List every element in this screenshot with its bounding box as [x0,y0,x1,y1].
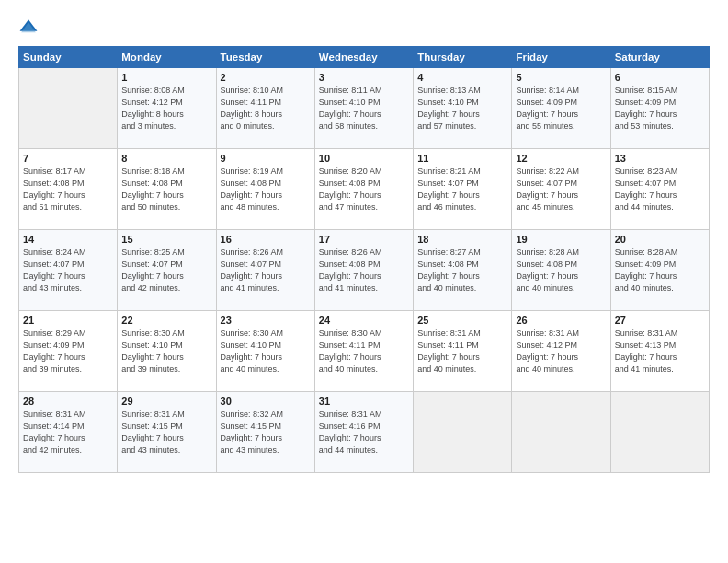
calendar-cell: 23Sunrise: 8:30 AM Sunset: 4:10 PM Dayli… [216,311,314,392]
day-number: 20 [615,234,705,245]
calendar-cell: 7Sunrise: 8:17 AM Sunset: 4:08 PM Daylig… [19,149,118,230]
day-number: 13 [615,153,705,164]
calendar-cell: 4Sunrise: 8:13 AM Sunset: 4:10 PM Daylig… [414,68,512,149]
calendar-week-5: 28Sunrise: 8:31 AM Sunset: 4:14 PM Dayli… [19,392,710,473]
day-number: 8 [121,153,211,164]
day-number: 5 [516,72,606,83]
calendar-cell: 31Sunrise: 8:31 AM Sunset: 4:16 PM Dayli… [314,392,413,473]
weekday-header-saturday: Saturday [610,47,709,68]
day-info: Sunrise: 8:22 AM Sunset: 4:07 PM Dayligh… [516,166,606,213]
day-info: Sunrise: 8:31 AM Sunset: 4:13 PM Dayligh… [615,327,705,375]
day-number: 29 [121,396,211,407]
day-number: 16 [221,234,311,245]
calendar-cell: 9Sunrise: 8:19 AM Sunset: 4:08 PM Daylig… [216,149,314,230]
day-number: 15 [121,234,211,245]
calendar-cell [414,392,512,473]
calendar-week-3: 14Sunrise: 8:24 AM Sunset: 4:07 PM Dayli… [19,230,710,311]
day-info: Sunrise: 8:31 AM Sunset: 4:14 PM Dayligh… [23,408,113,456]
day-info: Sunrise: 8:31 AM Sunset: 4:11 PM Dayligh… [417,327,507,375]
weekday-header-thursday: Thursday [414,47,512,68]
day-number: 3 [319,72,409,83]
day-info: Sunrise: 8:31 AM Sunset: 4:16 PM Dayligh… [319,408,409,456]
weekday-header-wednesday: Wednesday [314,47,413,68]
day-number: 19 [516,234,606,245]
calendar-cell: 27Sunrise: 8:31 AM Sunset: 4:13 PM Dayli… [610,311,709,392]
day-info: Sunrise: 8:30 AM Sunset: 4:11 PM Dayligh… [319,327,409,375]
day-number: 18 [417,234,507,245]
calendar-week-2: 7Sunrise: 8:17 AM Sunset: 4:08 PM Daylig… [19,149,710,230]
day-info: Sunrise: 8:28 AM Sunset: 4:09 PM Dayligh… [615,247,705,294]
calendar-cell: 3Sunrise: 8:11 AM Sunset: 4:10 PM Daylig… [314,68,413,149]
calendar-cell: 13Sunrise: 8:23 AM Sunset: 4:07 PM Dayli… [610,149,709,230]
day-number: 2 [221,72,311,83]
calendar-cell: 19Sunrise: 8:28 AM Sunset: 4:08 PM Dayli… [512,230,610,311]
day-info: Sunrise: 8:10 AM Sunset: 4:11 PM Dayligh… [221,85,311,132]
day-info: Sunrise: 8:18 AM Sunset: 4:08 PM Dayligh… [121,166,211,213]
calendar-cell: 1Sunrise: 8:08 AM Sunset: 4:12 PM Daylig… [118,68,216,149]
day-number: 27 [615,315,705,326]
calendar-cell: 8Sunrise: 8:18 AM Sunset: 4:08 PM Daylig… [118,149,216,230]
weekday-header-tuesday: Tuesday [216,47,314,68]
day-info: Sunrise: 8:31 AM Sunset: 4:12 PM Dayligh… [516,327,606,375]
day-number: 21 [23,315,113,326]
calendar-table: SundayMondayTuesdayWednesdayThursdayFrid… [18,46,710,473]
calendar-week-1: 1Sunrise: 8:08 AM Sunset: 4:12 PM Daylig… [19,68,710,149]
day-number: 11 [417,153,507,164]
day-info: Sunrise: 8:23 AM Sunset: 4:07 PM Dayligh… [615,166,705,213]
day-number: 10 [319,153,409,164]
day-number: 4 [417,72,507,83]
logo [18,17,42,37]
day-info: Sunrise: 8:19 AM Sunset: 4:08 PM Dayligh… [221,166,311,213]
day-info: Sunrise: 8:26 AM Sunset: 4:07 PM Dayligh… [221,247,311,294]
calendar-cell: 21Sunrise: 8:29 AM Sunset: 4:09 PM Dayli… [19,311,118,392]
day-info: Sunrise: 8:30 AM Sunset: 4:10 PM Dayligh… [121,327,211,375]
weekday-header-row: SundayMondayTuesdayWednesdayThursdayFrid… [19,47,710,68]
calendar-cell [512,392,610,473]
calendar-cell: 29Sunrise: 8:31 AM Sunset: 4:15 PM Dayli… [118,392,216,473]
calendar-cell: 17Sunrise: 8:26 AM Sunset: 4:08 PM Dayli… [314,230,413,311]
day-info: Sunrise: 8:14 AM Sunset: 4:09 PM Dayligh… [516,85,606,132]
calendar-cell: 28Sunrise: 8:31 AM Sunset: 4:14 PM Dayli… [19,392,118,473]
calendar-week-4: 21Sunrise: 8:29 AM Sunset: 4:09 PM Dayli… [19,311,710,392]
calendar-cell: 18Sunrise: 8:27 AM Sunset: 4:08 PM Dayli… [414,230,512,311]
day-info: Sunrise: 8:31 AM Sunset: 4:15 PM Dayligh… [121,408,211,456]
day-info: Sunrise: 8:26 AM Sunset: 4:08 PM Dayligh… [319,247,409,294]
calendar-cell [610,392,709,473]
day-info: Sunrise: 8:29 AM Sunset: 4:09 PM Dayligh… [23,327,113,375]
calendar-cell: 26Sunrise: 8:31 AM Sunset: 4:12 PM Dayli… [512,311,610,392]
day-number: 14 [23,234,113,245]
day-info: Sunrise: 8:24 AM Sunset: 4:07 PM Dayligh… [23,247,113,294]
day-number: 30 [221,396,311,407]
logo-icon [18,17,39,37]
day-info: Sunrise: 8:20 AM Sunset: 4:08 PM Dayligh… [319,166,409,213]
calendar-cell: 14Sunrise: 8:24 AM Sunset: 4:07 PM Dayli… [19,230,118,311]
day-info: Sunrise: 8:08 AM Sunset: 4:12 PM Dayligh… [121,85,211,132]
calendar-cell: 20Sunrise: 8:28 AM Sunset: 4:09 PM Dayli… [610,230,709,311]
day-info: Sunrise: 8:17 AM Sunset: 4:08 PM Dayligh… [23,166,113,213]
calendar-cell: 22Sunrise: 8:30 AM Sunset: 4:10 PM Dayli… [118,311,216,392]
day-number: 7 [23,153,113,164]
day-info: Sunrise: 8:27 AM Sunset: 4:08 PM Dayligh… [417,247,507,294]
calendar-cell: 30Sunrise: 8:32 AM Sunset: 4:15 PM Dayli… [216,392,314,473]
weekday-header-friday: Friday [512,47,610,68]
calendar-cell: 11Sunrise: 8:21 AM Sunset: 4:07 PM Dayli… [414,149,512,230]
page: SundayMondayTuesdayWednesdayThursdayFrid… [0,0,728,563]
day-info: Sunrise: 8:28 AM Sunset: 4:08 PM Dayligh… [516,247,606,294]
calendar-cell: 16Sunrise: 8:26 AM Sunset: 4:07 PM Dayli… [216,230,314,311]
weekday-header-monday: Monday [118,47,216,68]
calendar-cell: 15Sunrise: 8:25 AM Sunset: 4:07 PM Dayli… [118,230,216,311]
calendar-cell: 6Sunrise: 8:15 AM Sunset: 4:09 PM Daylig… [610,68,709,149]
calendar-cell: 24Sunrise: 8:30 AM Sunset: 4:11 PM Dayli… [314,311,413,392]
day-number: 23 [221,315,311,326]
day-number: 9 [221,153,311,164]
calendar-cell [19,68,118,149]
day-number: 25 [417,315,507,326]
day-info: Sunrise: 8:32 AM Sunset: 4:15 PM Dayligh… [221,408,311,456]
weekday-header-sunday: Sunday [19,47,118,68]
day-number: 26 [516,315,606,326]
day-number: 12 [516,153,606,164]
day-info: Sunrise: 8:13 AM Sunset: 4:10 PM Dayligh… [417,85,507,132]
day-number: 6 [615,72,705,83]
calendar-cell: 10Sunrise: 8:20 AM Sunset: 4:08 PM Dayli… [314,149,413,230]
calendar-cell: 2Sunrise: 8:10 AM Sunset: 4:11 PM Daylig… [216,68,314,149]
